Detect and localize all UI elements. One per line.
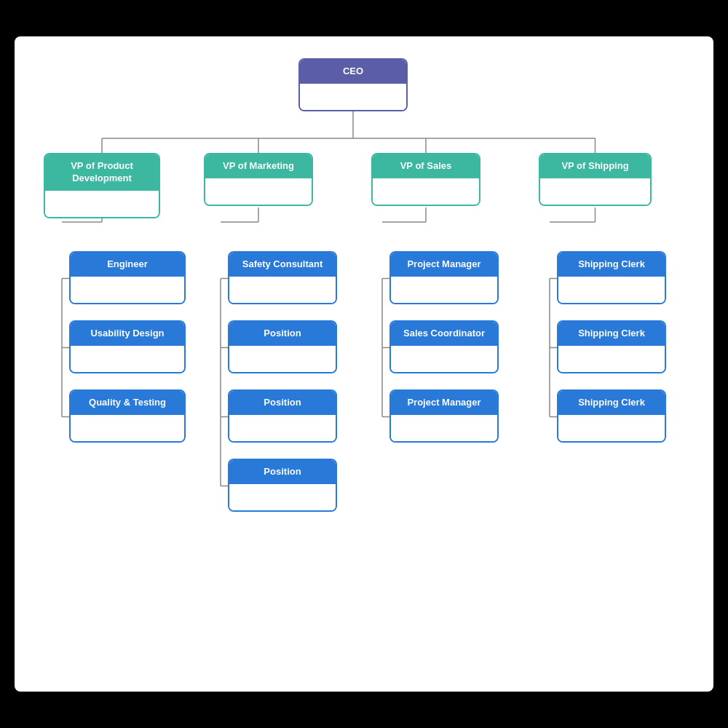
node-label: Safety Consultant (229, 253, 336, 277)
node-body (558, 346, 665, 372)
node-body (205, 178, 312, 205)
node-child-project-manager: Project Manager (389, 251, 499, 304)
node-body (391, 277, 497, 303)
node-body (229, 415, 336, 441)
node-child-quality-&-testing: Quality & Testing (69, 389, 186, 443)
node-child-safety-consultant: Safety Consultant (228, 251, 337, 304)
node-label: Sales Coordinator (391, 322, 497, 346)
node-vp-vp-of-sales: VP of Sales (371, 153, 480, 206)
node-body (71, 346, 184, 372)
node-child-shipping-clerk: Shipping Clerk (557, 389, 666, 443)
node-child-position: Position (228, 389, 337, 443)
node-child-engineer: Engineer (69, 251, 186, 304)
node-body (229, 277, 336, 303)
node-child-project-manager: Project Manager (389, 389, 499, 443)
node-child-position: Position (228, 320, 337, 373)
node-body (71, 415, 184, 441)
node-label: Position (229, 322, 336, 346)
node-body (558, 415, 665, 441)
node-vp-vp-of-marketing: VP of Marketing (204, 153, 313, 206)
node-body (45, 191, 159, 217)
node-body (391, 346, 497, 372)
node-label: VP of Product Development (45, 154, 159, 191)
node-label: VP of Shipping (540, 154, 650, 178)
node-body (229, 484, 336, 510)
node-label: Shipping Clerk (558, 391, 665, 415)
node-label: Engineer (71, 253, 184, 277)
node-body (373, 178, 479, 205)
node-label: Shipping Clerk (558, 253, 665, 277)
node-vp-vp-of-shipping: VP of Shipping (539, 153, 652, 206)
node-label: Quality & Testing (71, 391, 184, 415)
node-body (300, 84, 406, 110)
node-ceo-ceo: CEO (298, 58, 408, 111)
node-label: Shipping Clerk (558, 322, 665, 346)
node-child-sales-coordinator: Sales Coordinator (389, 320, 499, 373)
node-label: VP of Marketing (205, 154, 312, 178)
node-body (391, 415, 497, 441)
node-child-position: Position (228, 459, 337, 512)
node-label: Project Manager (391, 391, 497, 415)
node-label: Project Manager (391, 253, 497, 277)
node-body (558, 277, 665, 303)
node-label: Usability Design (71, 322, 184, 346)
node-label: Position (229, 391, 336, 415)
node-body (229, 346, 336, 372)
node-child-shipping-clerk: Shipping Clerk (557, 320, 666, 373)
node-label: Position (229, 460, 336, 484)
node-label: CEO (300, 60, 406, 84)
node-child-usability-design: Usability Design (69, 320, 186, 373)
node-child-shipping-clerk: Shipping Clerk (557, 251, 666, 304)
node-body (71, 277, 184, 303)
node-label: VP of Sales (373, 154, 479, 178)
node-body (540, 178, 650, 205)
node-vp-vp-of-product-development: VP of Product Development (44, 153, 160, 218)
org-chart: CEOVP of Product DevelopmentVP of Market… (15, 36, 713, 692)
